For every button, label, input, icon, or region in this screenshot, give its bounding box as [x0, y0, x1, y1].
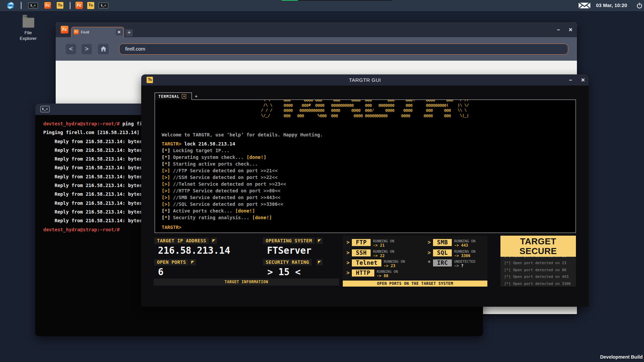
info-field-label: TARGET IP ADDRESS — [154, 238, 209, 244]
port-open-chevron-icon: > — [346, 260, 351, 266]
targtr-window-title: TARGTR GUI — [141, 74, 589, 85]
targtr-tab-terminal[interactable]: TERMINAL ✕ — [155, 93, 192, 100]
info-field-value: > 15 < — [267, 267, 301, 277]
system-logo-icon[interactable] — [7, 2, 14, 9]
targtr-close-button[interactable]: ✕ — [580, 76, 586, 84]
flag-icon[interactable] — [190, 259, 196, 265]
taskbar-separator — [21, 2, 21, 9]
open-ports-panel: OPEN PORTS ON THE TARGET SYSTEM >FTPRUNN… — [343, 236, 487, 287]
browser-new-tab-button[interactable]: + — [125, 29, 133, 37]
info-field-value: FTServer — [267, 246, 311, 255]
port-open-chevron-icon: > — [428, 250, 432, 256]
info-field-value: 6 — [158, 267, 164, 277]
browser-home-button[interactable] — [98, 44, 109, 54]
info-field-label: OPEN PORTS — [154, 259, 189, 265]
desktop-icon-file-explorer[interactable]: File Explorer — [16, 14, 40, 41]
port-detail: RUNNING ON-> 21 — [373, 239, 394, 247]
targtr-prompt: TARGTR> — [162, 224, 181, 231]
port-undetected-asterisk-icon: * — [428, 260, 432, 266]
browser-tab-title: Firell — [81, 27, 89, 37]
port-detail: RUNNING ON-> 23 — [384, 259, 405, 268]
secure-panel-log: [*] Open port detected on 22 [*] Open po… — [504, 253, 571, 288]
targtr-title-bar[interactable]: TARGTR GUI T↻ – ✕ — [141, 74, 589, 85]
browser-minimize-button[interactable]: – — [555, 25, 561, 34]
taskbar-firell-launcher-icon[interactable]: Fc — [44, 2, 51, 9]
home-icon — [101, 46, 106, 52]
target-secure-banner: TARGETSECURE — [500, 236, 576, 257]
targtr-console-screen[interactable]: \ \ @@@ @@@@ @@@ @@@ @@@@ @@@ @@@ @@@\ @… — [155, 100, 576, 233]
browser-forward-button[interactable]: > — [82, 44, 92, 54]
port-service-chip[interactable]: HTTP — [352, 269, 374, 277]
open-ports-footer: OPEN PORTS ON THE TARGET SYSTEM — [343, 281, 487, 287]
browser-close-button[interactable]: ✕ — [568, 25, 574, 34]
browser-tab-favicon: Fc — [74, 29, 79, 35]
taskbar: $_< Fc T↻ Fc T↻ $_< 03 Mar, 10:20 — [0, 0, 644, 11]
info-field-label: OPERATING SYSTEM — [263, 238, 315, 244]
target-information-footer: TARGET INFORMATION — [154, 279, 339, 286]
taskbar-terminal-launcher-icon[interactable]: $_< — [28, 3, 38, 8]
port-open-chevron-icon: > — [346, 250, 351, 256]
taskbar-firell-running-icon[interactable]: Fc — [75, 2, 83, 9]
progress-strip-fill — [282, 0, 298, 1]
browser-address-bar[interactable]: firell.com — [119, 44, 568, 55]
browser-toolbar: < > firell.com — [56, 37, 577, 61]
port-service-chip[interactable]: IRC — [433, 259, 452, 266]
targtr-tab-close-icon[interactable]: ✕ — [182, 94, 186, 99]
info-field-value: 216.58.213.14 — [158, 246, 230, 255]
targtr-app-icon: T↻ — [147, 77, 153, 83]
flag-icon[interactable] — [211, 238, 217, 244]
flag-icon[interactable] — [316, 259, 323, 265]
port-detail: UNDETECTED-> ? — [454, 259, 475, 268]
browser-tab-close-icon[interactable]: ✕ — [116, 29, 122, 36]
port-service-chip[interactable]: SSH — [352, 249, 371, 256]
taskbar-separator — [70, 2, 70, 9]
folder-icon — [22, 14, 35, 28]
taskbar-targtr-launcher-icon[interactable]: T↻ — [57, 2, 63, 9]
port-open-chevron-icon: > — [346, 239, 351, 245]
port-open-chevron-icon: > — [346, 270, 351, 276]
terminal-app-icon: $_< — [40, 106, 50, 112]
browser-back-button[interactable]: < — [66, 44, 76, 54]
port-service-chip[interactable]: FTP — [352, 239, 371, 246]
port-detail: RUNNING ON-> 80 — [377, 269, 398, 278]
targtr-window: TARGTR GUI T↻ – ✕ TERMINAL ✕ + \ \ @@@ @… — [141, 74, 589, 307]
target-secure-panel: [*] Open port detected on 22 [*] Open po… — [500, 236, 576, 287]
port-open-chevron-icon: > — [428, 239, 432, 245]
mail-icon[interactable] — [579, 3, 590, 8]
info-field-label: SECURITY RATING — [263, 259, 312, 265]
port-detail: RUNNING ON-> 22 — [373, 249, 394, 258]
terminal-output[interactable]: devtest_hydra@strap:~root/# ping fi Ping… — [43, 119, 142, 234]
desktop-icon-label: File Explorer — [16, 30, 40, 41]
power-icon[interactable] — [637, 3, 642, 8]
taskbar-terminal-running-icon[interactable]: $_< — [99, 3, 108, 8]
browser-app-icon: Fc — [61, 26, 68, 34]
target-information-panel: TARGET INFORMATION TARGET IP ADDRESS216.… — [154, 236, 339, 286]
targtr-welcome-line: Welcome to TARGTR, use ‘help’ for detail… — [162, 131, 323, 138]
targtr-tab-label: TERMINAL — [158, 94, 179, 99]
development-build-label: Development Build — [600, 354, 643, 360]
port-detail: RUNNING ON-> 3306 — [454, 249, 475, 258]
targtr-new-tab-button[interactable]: + — [194, 93, 199, 99]
progress-strip-track — [298, 0, 392, 1]
port-service-chip[interactable]: SQL — [433, 249, 452, 256]
targtr-minimize-button[interactable]: – — [568, 76, 573, 84]
targtr-console-log: TARGTR> lock 216.58.213.14 [*] Locking t… — [162, 140, 286, 221]
flag-icon[interactable] — [316, 238, 323, 244]
port-service-chip[interactable]: SMB — [433, 239, 452, 246]
port-detail: RUNNING ON-> 443 — [454, 239, 475, 247]
port-service-chip[interactable]: Telnet — [352, 259, 381, 266]
taskbar-targtr-running-icon[interactable]: T↻ — [87, 2, 94, 9]
browser-tab-firell[interactable]: Fc Firell ✕ — [71, 27, 124, 38]
browser-tab-bar: Fc Fc Firell ✕ + – ✕ — [56, 22, 577, 37]
taskbar-clock[interactable]: 03 Mar, 10:20 — [596, 0, 627, 11]
targtr-ascii-banner: \ \ @@@ @@@@ @@@ @@@ @@@@ @@@ @@@ @@@\ @… — [162, 100, 469, 118]
